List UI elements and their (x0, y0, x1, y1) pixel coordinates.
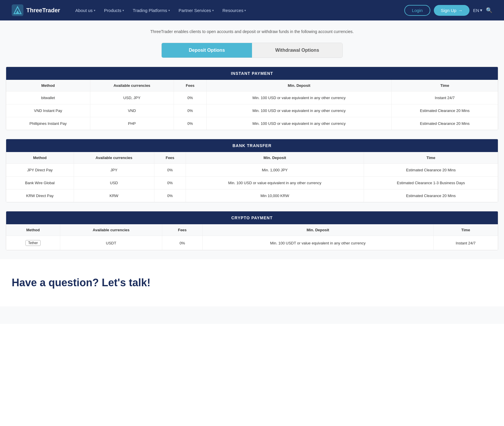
chevron-down-icon: ▾ (94, 9, 95, 12)
bank-transfer-header: BANK TRANSFER (6, 139, 498, 152)
logo-icon (12, 4, 23, 16)
method-php: Phillipines Instant Pay (6, 117, 90, 130)
currencies-vnd: VND (90, 104, 174, 117)
chevron-down-icon: ▾ (480, 8, 482, 13)
col-method: Method (6, 80, 90, 92)
bank-transfer-table: Method Available currencies Fees Min. De… (6, 152, 498, 202)
instant-payment-table: Method Available currencies Fees Min. De… (6, 80, 498, 130)
col-currencies: Available currencies (60, 224, 162, 236)
tab-deposit[interactable]: Deposit Options (162, 43, 252, 58)
navbar: ThreeTrader About us ▾ Products ▾ Tradin… (0, 0, 504, 20)
search-button[interactable]: 🔍 (486, 7, 492, 13)
time-bank-wire: Estimated Clearance 1-3 Business Days (364, 177, 498, 189)
currencies-tether: USDT (60, 236, 162, 250)
nav-trading-platforms[interactable]: Trading Platforms ▾ (129, 6, 173, 15)
nav-about[interactable]: About us ▾ (72, 6, 99, 15)
chevron-down-icon: ▾ (168, 9, 170, 12)
search-icon: 🔍 (486, 7, 492, 13)
time-bitwallet: Instant 24/7 (391, 92, 498, 104)
col-fees: Fees (174, 80, 207, 92)
method-krw: KRW Direct Pay (6, 189, 74, 202)
nav-resources[interactable]: Resources ▾ (219, 6, 250, 15)
col-currencies: Available currencies (90, 80, 174, 92)
method-tether: Tether (6, 236, 60, 250)
fees-php: 0% (174, 117, 207, 130)
currencies-bank-wire: USD (74, 177, 154, 189)
min-deposit-krw: Min 10,000 KRW (186, 189, 364, 202)
fees-krw: 0% (154, 189, 186, 202)
method-vnd: VND Instant Pay (6, 104, 90, 117)
signup-button[interactable]: Sign Up → (434, 5, 470, 16)
currencies-jpy-direct: JPY (74, 164, 154, 177)
nav-actions: Login Sign Up → EN ▾ 🔍 (404, 5, 492, 16)
col-fees: Fees (162, 224, 203, 236)
table-header-row: Method Available currencies Fees Min. De… (6, 224, 498, 236)
table-row: Tether USDT 0% Min. 100 USDT or value eq… (6, 236, 498, 250)
method-bitwallet: bitwallet (6, 92, 90, 104)
arrow-right-icon: → (458, 8, 462, 13)
tabs-container: Deposit Options Withdrawal Options (161, 43, 343, 58)
chevron-down-icon: ▾ (244, 9, 246, 12)
time-jpy-direct: Estimated Clearance 20 Mins (364, 164, 498, 177)
logo[interactable]: ThreeTrader (12, 4, 60, 16)
table-header-row: Method Available currencies Fees Min. De… (6, 152, 498, 164)
time-php: Estimated Clearance 20 Mins (391, 117, 498, 130)
min-deposit-tether: Min. 100 USDT or value equivalent in any… (202, 236, 433, 250)
min-deposit-php: Min. 100 USD or value equivalent in any … (207, 117, 391, 130)
col-method: Method (6, 224, 60, 236)
question-title: Have a question? Let's talk! (12, 277, 492, 289)
crypto-payment-table: Method Available currencies Fees Min. De… (6, 224, 498, 250)
col-time: Time (391, 80, 498, 92)
instant-payment-section: INSTANT PAYMENT Method Available currenc… (6, 67, 498, 130)
method-bank-wire: Bank Wire Global (6, 177, 74, 189)
min-deposit-jpy-direct: Min. 1,000 JPY (186, 164, 364, 177)
nav-links: About us ▾ Products ▾ Trading Platforms … (72, 6, 404, 15)
time-tether: Instant 24/7 (433, 236, 498, 250)
bank-transfer-section: BANK TRANSFER Method Available currencie… (6, 139, 498, 202)
currencies-bitwallet: USD, JPY (90, 92, 174, 104)
table-row: Phillipines Instant Pay PHP 0% Min. 100 … (6, 117, 498, 130)
nav-products[interactable]: Products ▾ (101, 6, 127, 15)
nav-partner-services[interactable]: Partner Services ▾ (175, 6, 217, 15)
crypto-payment-header: CRYPTO PAYMENT (6, 211, 498, 224)
method-jpy-direct: JPY Direct Pay (6, 164, 74, 177)
chevron-down-icon: ▾ (212, 9, 214, 12)
fees-bank-wire: 0% (154, 177, 186, 189)
min-deposit-bitwallet: Min. 100 USD or value equivalent in any … (207, 92, 391, 104)
crypto-payment-section: CRYPTO PAYMENT Method Available currenci… (6, 211, 498, 250)
main-content: ThreeTrader enables clients to open acco… (0, 20, 504, 324)
table-row: JPY Direct Pay JPY 0% Min. 1,000 JPY Est… (6, 164, 498, 177)
fees-jpy-direct: 0% (154, 164, 186, 177)
time-krw: Estimated Clearance 20 Mins (364, 189, 498, 202)
instant-payment-header: INSTANT PAYMENT (6, 67, 498, 80)
min-deposit-vnd: Min. 100 USD or value equivalent in any … (207, 104, 391, 117)
language-selector[interactable]: EN ▾ (473, 8, 482, 13)
fees-tether: 0% (162, 236, 203, 250)
time-vnd: Estimated Clearance 20 Mins (391, 104, 498, 117)
col-fees: Fees (154, 152, 186, 164)
fees-vnd: 0% (174, 104, 207, 117)
chevron-down-icon: ▾ (122, 9, 124, 12)
col-min-deposit: Min. Deposit (186, 152, 364, 164)
table-header-row: Method Available currencies Fees Min. De… (6, 80, 498, 92)
question-section: Have a question? Let's talk! (0, 259, 504, 306)
col-time: Time (364, 152, 498, 164)
tab-withdrawal[interactable]: Withdrawal Options (252, 43, 342, 58)
login-button[interactable]: Login (404, 5, 430, 16)
col-currencies: Available currencies (74, 152, 154, 164)
table-row: bitwallet USD, JPY 0% Min. 100 USD or va… (6, 92, 498, 104)
table-row: VND Instant Pay VND 0% Min. 100 USD or v… (6, 104, 498, 117)
currencies-krw: KRW (74, 189, 154, 202)
col-min-deposit: Min. Deposit (207, 80, 391, 92)
brand-name: ThreeTrader (26, 7, 60, 14)
col-method: Method (6, 152, 74, 164)
table-row: Bank Wire Global USD 0% Min. 100 USD or … (6, 177, 498, 189)
fees-bitwallet: 0% (174, 92, 207, 104)
page-subtitle: ThreeTrader enables clients to open acco… (120, 26, 384, 40)
col-min-deposit: Min. Deposit (202, 224, 433, 236)
currencies-php: PHP (90, 117, 174, 130)
table-row: KRW Direct Pay KRW 0% Min 10,000 KRW Est… (6, 189, 498, 202)
min-deposit-bank-wire: Min. 100 USD or value equivalent in any … (186, 177, 364, 189)
col-time: Time (433, 224, 498, 236)
tether-badge: Tether (25, 240, 40, 246)
